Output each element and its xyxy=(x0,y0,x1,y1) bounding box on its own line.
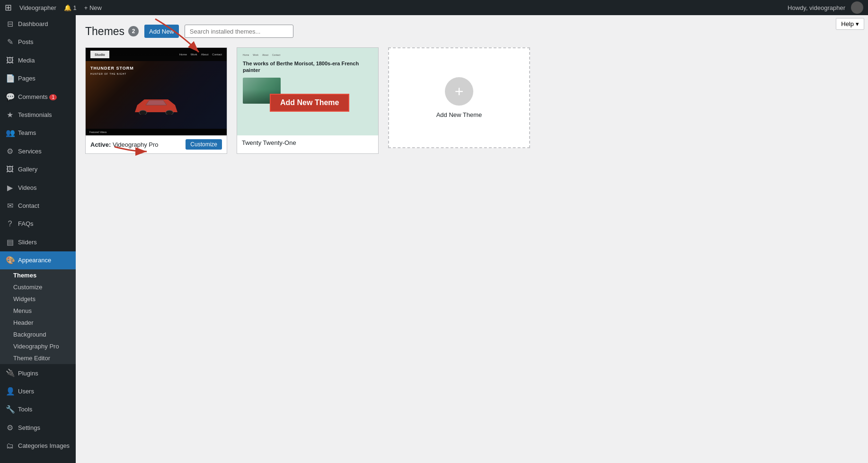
add-new-theme-tooltip: Add New Theme xyxy=(270,94,349,112)
sidebar-item-label: Sliders xyxy=(18,238,37,247)
admin-bar-right: Howdy, videographer xyxy=(788,1,863,14)
plus-symbol: + xyxy=(455,83,464,100)
sidebar-item-teams[interactable]: 👥 Teams xyxy=(0,124,76,142)
tools-icon: 🔧 xyxy=(6,404,14,415)
tto-preview: Home Work About Contact The works of Ber… xyxy=(237,48,378,135)
posts-icon: ✎ xyxy=(6,37,14,47)
gallery-icon: 🖼 xyxy=(6,164,14,175)
theme-card-videography-pro[interactable]: Studio Home Work About Contact xyxy=(85,47,227,154)
themes-grid: Studio Home Work About Contact xyxy=(85,47,859,154)
sidebar-item-services[interactable]: ⚙ Services xyxy=(0,142,76,160)
submenu-item-videography-pro[interactable]: Videography Pro xyxy=(0,340,76,352)
media-icon: 🖼 xyxy=(6,55,14,66)
sidebar-item-label: Dashboard xyxy=(18,20,48,28)
sidebar-item-label: Testimonials xyxy=(18,111,52,119)
pages-icon: 📄 xyxy=(6,73,14,84)
add-new-item[interactable]: + New xyxy=(84,4,102,11)
page-title: Themes 2 xyxy=(85,25,139,38)
sidebar-item-categories[interactable]: 🗂 Categories Images xyxy=(0,437,76,455)
sidebar-item-testimonials[interactable]: ★ Testimonials xyxy=(0,106,76,124)
vp-nav-links: Home Work About Contact xyxy=(179,53,222,56)
faqs-icon: ? xyxy=(6,219,14,229)
vp-nav-link: Contact xyxy=(212,53,222,56)
vp-nav: Studio Home Work About Contact xyxy=(86,48,227,61)
sidebar-item-appearance[interactable]: 🎨 Appearance xyxy=(0,251,76,269)
page-header: Themes 2 Add New xyxy=(85,25,859,38)
admin-bar-left: ⊞ Videographer 🔔 1 + New xyxy=(5,2,780,13)
add-theme-plus-icon: + xyxy=(445,77,473,106)
sidebar-item-media[interactable]: 🖼 Media xyxy=(0,52,76,70)
theme-preview-videography-pro: Studio Home Work About Contact xyxy=(86,48,227,135)
sidebar-item-label: Users xyxy=(18,387,34,396)
sidebar-item-settings[interactable]: ⚙ Settings xyxy=(0,419,76,437)
submenu-item-background[interactable]: Background xyxy=(0,329,76,340)
add-theme-label: Add New Theme xyxy=(436,111,482,118)
sidebar-item-tools[interactable]: 🔧 Tools xyxy=(0,401,76,418)
submenu-item-header[interactable]: Header xyxy=(0,317,76,329)
sidebar-item-label: Gallery xyxy=(18,165,37,174)
tto-nav-home: Home xyxy=(243,53,249,56)
videography-preview: Studio Home Work About Contact xyxy=(86,48,227,135)
comments-icon: 💬 xyxy=(6,92,14,102)
sidebar-item-label: Pages xyxy=(18,74,35,83)
sidebar-item-label: Appearance xyxy=(18,256,51,265)
vp-hero-text: THUNDER STORMHUNTER OF THE NIGHT xyxy=(90,66,134,76)
themes-area: Studio Home Work About Contact xyxy=(85,47,859,154)
sidebar: ⊟ Dashboard ✎ Posts 🖼 Media 📄 Pages 💬 Co… xyxy=(0,15,76,463)
sidebar-item-comments[interactable]: 💬 Comments 1 xyxy=(0,88,76,106)
tto-nav-about: About xyxy=(262,53,268,56)
customize-button[interactable]: Customize xyxy=(186,139,222,150)
submenu-item-themes[interactable]: Themes xyxy=(0,269,76,281)
users-icon: 👤 xyxy=(6,386,14,397)
page-title-text: Themes xyxy=(85,25,124,38)
submenu-item-menus[interactable]: Menus xyxy=(0,305,76,317)
sidebar-item-pages[interactable]: 📄 Pages xyxy=(0,70,76,88)
theme-name-tto: Twenty Twenty-One xyxy=(237,135,378,150)
sidebar-item-sliders[interactable]: ▤ Sliders xyxy=(0,233,76,251)
sidebar-item-posts[interactable]: ✎ Posts xyxy=(0,33,76,51)
sidebar-item-label: Teams xyxy=(18,129,36,137)
sidebar-item-users[interactable]: 👤 Users xyxy=(0,383,76,401)
svg-point-1 xyxy=(166,110,173,115)
sidebar-item-label: Media xyxy=(18,56,35,65)
main-content: Themes 2 Add New Studio Home xyxy=(76,15,868,463)
add-new-button[interactable]: Add New xyxy=(144,25,179,38)
services-icon: ⚙ xyxy=(6,146,14,157)
site-name[interactable]: Videographer xyxy=(19,4,56,11)
sidebar-item-videos[interactable]: ▶ Videos xyxy=(0,179,76,197)
sidebar-item-dashboard[interactable]: ⊟ Dashboard xyxy=(0,15,76,33)
active-theme-name: Videography Pro xyxy=(113,141,159,148)
notification-item[interactable]: 🔔 1 xyxy=(64,4,77,11)
vp-hero: THUNDER STORMHUNTER OF THE NIGHT xyxy=(86,61,227,129)
sidebar-item-label: Categories Images xyxy=(18,442,70,450)
appearance-icon: 🎨 xyxy=(6,255,14,266)
plugins-icon: 🔌 xyxy=(6,368,14,378)
help-button[interactable]: Help ▾ xyxy=(836,18,864,30)
theme-active-label: Active: Videography Pro xyxy=(90,141,159,148)
howdy-label: Howdy, videographer xyxy=(788,4,845,11)
add-theme-card[interactable]: + Add New Theme xyxy=(388,47,530,148)
wp-logo-icon[interactable]: ⊞ xyxy=(5,2,12,13)
svg-point-0 xyxy=(139,110,147,115)
sidebar-item-label: Services xyxy=(18,147,42,156)
help-label: Help xyxy=(841,20,854,27)
teams-icon: 👥 xyxy=(6,128,14,138)
sidebar-item-label: Posts xyxy=(18,38,34,46)
submenu-item-customize[interactable]: Customize xyxy=(0,281,76,293)
avatar xyxy=(851,1,863,14)
sidebar-item-contact[interactable]: ✉ Contact xyxy=(0,197,76,215)
admin-bar: ⊞ Videographer 🔔 1 + New Howdy, videogra… xyxy=(0,0,868,15)
help-chevron-icon: ▾ xyxy=(856,20,859,27)
search-input[interactable] xyxy=(185,25,293,38)
submenu-item-theme-editor[interactable]: Theme Editor xyxy=(0,352,76,364)
car-silhouette xyxy=(133,96,180,115)
vp-nav-link: About xyxy=(201,53,209,56)
sidebar-item-plugins[interactable]: 🔌 Plugins xyxy=(0,364,76,382)
sidebar-item-faqs[interactable]: ? FAQs xyxy=(0,215,76,233)
sidebar-item-label: Videos xyxy=(18,184,37,192)
sidebar-item-gallery[interactable]: 🖼 Gallery xyxy=(0,160,76,178)
theme-preview-tto: Home Work About Contact The works of Ber… xyxy=(237,48,378,135)
vp-nav-link: Home xyxy=(179,53,187,56)
sidebar-item-label: Contact xyxy=(18,202,39,210)
submenu-item-widgets[interactable]: Widgets xyxy=(0,293,76,305)
